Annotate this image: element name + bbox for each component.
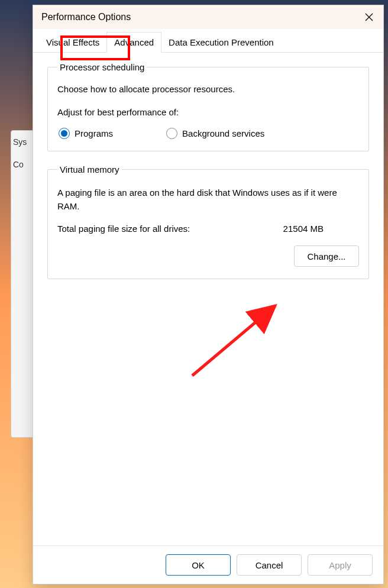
paging-total-value: 21504 MB (283, 224, 324, 234)
close-button[interactable] (363, 11, 375, 23)
processor-scheduling-group: Processor scheduling Choose how to alloc… (47, 62, 369, 151)
cancel-button[interactable]: Cancel (237, 554, 302, 576)
processor-scheduling-legend: Processor scheduling (57, 62, 147, 72)
background-window (11, 130, 34, 438)
tab-visual-effects[interactable]: Visual Effects (39, 33, 106, 52)
processor-subhead: Adjust for best performance of: (57, 107, 359, 117)
processor-radio-row: Programs Background services (57, 128, 359, 139)
radio-programs-label: Programs (75, 128, 113, 138)
tab-data-execution-prevention[interactable]: Data Execution Prevention (161, 33, 281, 52)
virtual-memory-legend: Virtual memory (57, 164, 122, 175)
radio-background-services[interactable]: Background services (166, 128, 264, 139)
radio-background-label: Background services (182, 128, 264, 138)
titlebar: Performance Options (33, 5, 383, 29)
dialog-footer: OK Cancel Apply (33, 545, 383, 584)
performance-options-dialog: Performance Options Visual Effects Advan… (33, 5, 384, 584)
processor-desc: Choose how to allocate processor resourc… (57, 84, 359, 94)
radio-icon (59, 128, 70, 139)
virtual-memory-desc: A paging file is an area on the hard dis… (57, 186, 359, 213)
tab-strip: Visual Effects Advanced Data Execution P… (33, 29, 383, 53)
virtual-memory-group: Virtual memory A paging file is an area … (47, 164, 369, 279)
tab-advanced[interactable]: Advanced (106, 32, 161, 53)
background-label-truncated: Sys (13, 137, 27, 147)
radio-icon (166, 128, 177, 139)
dialog-title: Performance Options (41, 12, 131, 22)
ok-button[interactable]: OK (166, 554, 231, 576)
close-icon (365, 13, 373, 21)
paging-total-label: Total paging file size for all drives: (57, 224, 190, 234)
dialog-content: Processor scheduling Choose how to alloc… (33, 53, 383, 545)
radio-programs[interactable]: Programs (59, 128, 113, 139)
background-label-truncated-2: Co (13, 160, 24, 169)
change-button[interactable]: Change... (294, 245, 359, 267)
apply-button[interactable]: Apply (308, 554, 373, 576)
virtual-memory-total-row: Total paging file size for all drives: 2… (57, 224, 359, 234)
